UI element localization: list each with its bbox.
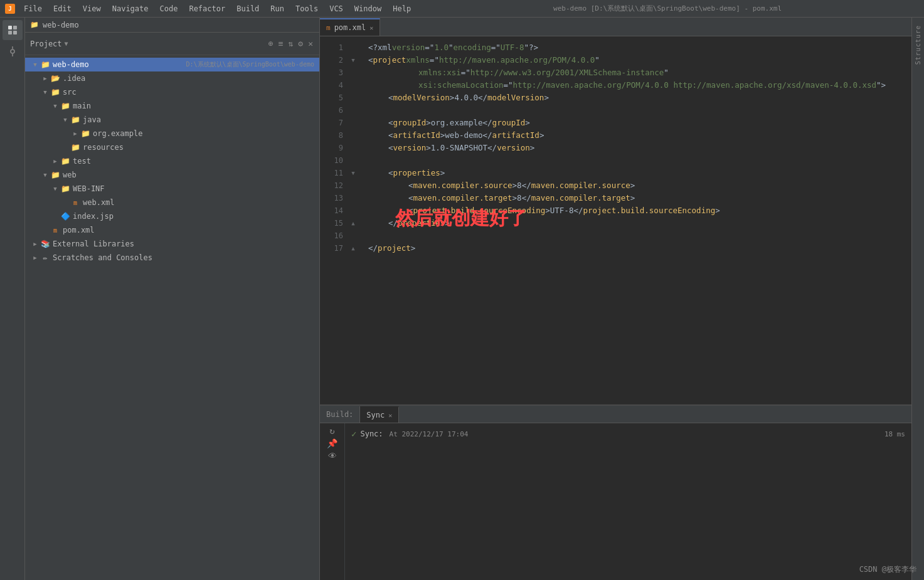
tab-pom-label: pom.xml [334, 23, 366, 32]
refresh-icon[interactable]: ↻ [327, 426, 337, 436]
svg-rect-2 [8, 31, 12, 34]
sidebar: 📁 web-demo Project ▼ ⊕ ≡ ⇅ ⚙ ✕ [25, 18, 320, 580]
tree-item-index-jsp[interactable]: ▶ 🔷 index.jsp [25, 209, 319, 223]
sync-time: At 2022/12/17 17:04 [390, 430, 469, 438]
bottom-left-icons: ↻ 📌 👁 [320, 423, 345, 580]
tab-bar: m pom.xml ✕ [320, 18, 911, 36]
bottom-tab-sync[interactable]: Sync ✕ [360, 406, 399, 423]
svg-rect-3 [13, 31, 17, 34]
tree-item-main[interactable]: ▼ 📁 main [25, 99, 319, 113]
code-line-17: </project> [368, 242, 911, 255]
menu-tools[interactable]: Tools [290, 3, 323, 14]
folder-icon: 📁 [50, 170, 60, 180]
expand-arrow: ▼ [40, 87, 50, 97]
sync-tab-close[interactable]: ✕ [388, 412, 392, 419]
menu-run[interactable]: Run [265, 3, 289, 14]
tree-item-web-demo[interactable]: ▼ 📁 web-demo D:\系统默认\桌面\SpringBoot\web-d… [25, 58, 319, 71]
tree-label-org-example: org.example [93, 129, 314, 138]
line-num-5: 5 [320, 92, 348, 104]
expand-arrow: ▼ [50, 101, 60, 111]
project-icon: 📁 [30, 21, 39, 29]
tree-label-scratches: Scratches and Consoles [53, 253, 314, 262]
code-line-3: xmlns:xsi="http://www.w3.org/2001/XMLSch… [368, 66, 911, 79]
fold-btn-11[interactable]: ▼ [348, 167, 358, 179]
tree-item-resources[interactable]: ▶ 📁 resources [25, 140, 319, 154]
line-num-16: 16 [320, 229, 348, 242]
code-line-9: <version>1.0-SNAPSHOT</version> [368, 142, 911, 154]
tree-label-main: main [73, 102, 314, 110]
close-sidebar-icon[interactable]: ✕ [307, 38, 314, 50]
fold-btn-17[interactable]: ▲ [348, 242, 358, 255]
tree-item-web[interactable]: ▼ 📁 web [25, 168, 319, 182]
fold-btn-2[interactable]: ▼ [348, 54, 358, 66]
tree-item-scratches[interactable]: ▶ ✏️ Scratches and Consoles [25, 251, 319, 265]
tree-item-test[interactable]: ▶ 📁 test [25, 154, 319, 168]
menu-view[interactable]: View [78, 3, 106, 14]
tree-item-java[interactable]: ▼ 📁 java [25, 113, 319, 127]
expand-arrow: ▶ [30, 239, 40, 249]
fold-btn-15[interactable]: ▲ [348, 217, 358, 229]
expand-arrow: ▼ [40, 170, 50, 180]
project-view-icon[interactable] [3, 20, 23, 40]
tree-item-pom-xml[interactable]: ▶ m pom.xml [25, 223, 319, 237]
collapse-all-icon[interactable]: ≡ [277, 38, 285, 50]
menu-edit[interactable]: Edit [48, 3, 77, 14]
fold-btn-14 [348, 204, 358, 217]
sort-icon[interactable]: ⇅ [287, 38, 295, 50]
tree-item-idea[interactable]: ▶ 📂 .idea [25, 71, 319, 85]
sync-label: Sync: [360, 430, 383, 438]
menu-vcs[interactable]: VCS [324, 3, 348, 14]
sidebar-header: Project ▼ ⊕ ≡ ⇅ ⚙ ✕ [25, 33, 319, 55]
code-line-11: <properties> [368, 167, 911, 179]
tree-item-web-xml[interactable]: ▶ m web.xml [25, 196, 319, 209]
tree-label-resources: resources [83, 143, 314, 152]
tree-item-src[interactable]: ▼ 📁 src [25, 85, 319, 99]
menu-bar: File Edit View Navigate Code Refactor Bu… [19, 3, 416, 14]
menu-help[interactable]: Help [388, 3, 416, 14]
menu-refactor[interactable]: Refactor [184, 3, 230, 14]
menu-file[interactable]: File [19, 3, 47, 14]
line-num-8: 8 [320, 129, 348, 142]
expand-arrow: ▼ [60, 115, 70, 125]
bottom-panel-content: ↻ 📌 👁 ✓ Sync: At 2022/12/17 17:04 18 ms [320, 423, 911, 580]
menu-build[interactable]: Build [231, 3, 264, 14]
fold-btn-6 [348, 104, 358, 117]
app-title-bar: 📁 web-demo [25, 18, 319, 33]
settings-gear-icon[interactable]: ⚙ [297, 38, 304, 50]
line-num-11: 11 [320, 167, 348, 179]
add-folder-icon[interactable]: ⊕ [267, 38, 275, 50]
tree-item-ext-libs[interactable]: ▶ 📚 External Libraries [25, 237, 319, 251]
code-line-15: </properties> [368, 217, 911, 229]
line-num-6: 6 [320, 104, 348, 117]
tree-item-org-example[interactable]: ▶ 📁 org.example [25, 127, 319, 140]
editor-wrapper: m pom.xml ✕ 1 2 3 4 5 [320, 18, 911, 580]
code-text: <?xml [368, 41, 392, 54]
menu-code[interactable]: Code [155, 3, 183, 14]
tab-close-button[interactable]: ✕ [369, 24, 373, 31]
top-area: 📁 web-demo Project ▼ ⊕ ≡ ⇅ ⚙ ✕ [25, 18, 924, 580]
tab-pom-xml[interactable]: m pom.xml ✕ [320, 18, 380, 36]
bottom-panel-main: ✓ Sync: At 2022/12/17 17:04 18 ms [345, 423, 911, 580]
line-numbers: 1 2 3 4 5 6 7 8 9 10 11 12 13 [320, 36, 348, 404]
line-num-4: 4 [320, 79, 348, 92]
code-content[interactable]: <?xml version="1.0" encoding="UTF-8"?> <… [358, 36, 911, 404]
fold-btn-8 [348, 129, 358, 142]
fold-btn-16 [348, 229, 358, 242]
bottom-tab-build[interactable]: Build: [320, 406, 360, 423]
menu-navigate[interactable]: Navigate [107, 3, 154, 14]
pin-icon[interactable]: 📌 [327, 438, 337, 448]
fold-btn-13 [348, 192, 358, 204]
menu-window[interactable]: Window [349, 3, 386, 14]
sync-status-line: ✓ Sync: At 2022/12/17 17:04 18 ms [351, 427, 905, 441]
sync-check-icon: ✓ [351, 429, 356, 439]
folder-icon: 📁 [80, 129, 90, 139]
folder-icon: 📂 [50, 73, 60, 83]
tree-item-web-inf[interactable]: ▼ 📁 WEB-INF [25, 182, 319, 196]
tree-label-web-xml: web.xml [83, 198, 314, 207]
line-num-3: 3 [320, 66, 348, 79]
line-num-1: 1 [320, 41, 348, 54]
eye-icon[interactable]: 👁 [327, 451, 337, 461]
commits-icon[interactable] [3, 41, 23, 61]
build-tab-label: Build: [326, 410, 353, 419]
ext-lib-icon: 📚 [40, 239, 50, 249]
